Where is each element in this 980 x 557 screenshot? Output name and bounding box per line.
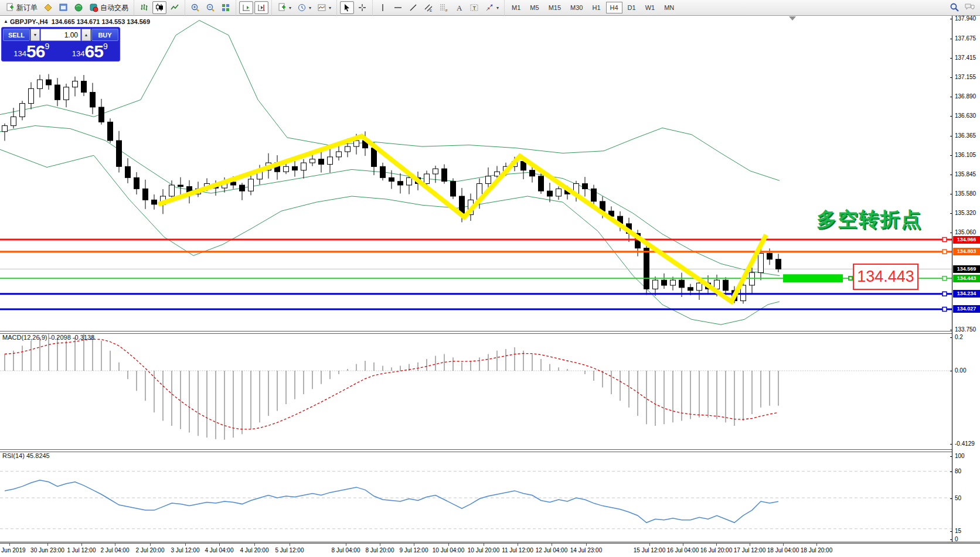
template-menu-button[interactable]: ▾ <box>315 1 334 14</box>
fibonacci-button[interactable]: F <box>437 1 451 14</box>
crosshair-button[interactable] <box>355 1 369 14</box>
candle-body <box>758 254 764 273</box>
market-watch-button[interactable] <box>56 1 70 14</box>
line-chart-button[interactable] <box>168 1 182 14</box>
buy-button[interactable]: BUY <box>91 29 118 41</box>
timeframe-button-w1[interactable]: W1 <box>641 2 659 13</box>
rsi-indicator-panel[interactable] <box>0 452 952 542</box>
indicator-list-button[interactable] <box>41 1 55 14</box>
time-tick-label: 5 Jul 12:00 <box>275 547 304 553</box>
candle-body <box>556 189 562 196</box>
text-label-button[interactable]: T <box>467 1 481 14</box>
level-line-handle[interactable] <box>942 292 947 296</box>
new-chart-button[interactable]: ▾ <box>275 1 294 14</box>
cursor-button[interactable] <box>340 1 354 14</box>
timeframe-button-h1[interactable]: H1 <box>588 2 604 13</box>
candlestick-chart-button[interactable] <box>152 1 166 14</box>
level-line-handle[interactable] <box>942 276 947 281</box>
time-tick-mark <box>254 544 255 546</box>
axis-tick-mark <box>950 330 952 330</box>
timeframe-button-d1[interactable]: D1 <box>624 2 640 13</box>
candle-body <box>11 117 16 125</box>
timeframe-button-m30[interactable]: M30 <box>566 2 587 13</box>
volume-decrease-button[interactable]: ▼ <box>30 29 40 41</box>
sell-button[interactable]: SELL <box>3 29 30 41</box>
period-menu-button[interactable]: ▾ <box>295 1 314 14</box>
timeframe-button-h4[interactable]: H4 <box>606 2 622 13</box>
price-axis[interactable]: 137.940137.675137.415137.155136.890136.6… <box>952 16 980 542</box>
chevron-down-icon[interactable]: ▾ <box>309 5 311 11</box>
zoom-out-button[interactable] <box>203 1 217 14</box>
candle-body <box>169 185 175 196</box>
linechart-icon <box>170 3 179 12</box>
time-tick-label: 4 Jul 04:00 <box>205 547 234 553</box>
price-tick-133.750: 133.750 <box>955 326 976 333</box>
bollinger-lower-band <box>0 149 780 324</box>
chevron-down-icon[interactable]: ▾ <box>329 5 331 11</box>
macd-scale--0.4129: -0.4129 <box>955 440 975 447</box>
level-line-handle[interactable] <box>942 238 947 242</box>
candle-body <box>143 189 148 200</box>
rsi-scale-15: 15 <box>955 528 961 534</box>
price-callout-box: 134.443 <box>853 264 918 290</box>
macd-scale-0.2: 0.2 <box>955 334 963 340</box>
chat-button[interactable] <box>964 2 975 13</box>
candle-body <box>767 254 773 259</box>
diamond-gold-icon <box>43 3 53 12</box>
macd-indicator-panel[interactable] <box>0 334 952 449</box>
timeframe-button-m15[interactable]: M15 <box>545 2 565 13</box>
level-line-handle[interactable] <box>942 250 947 254</box>
axis-tick-mark <box>950 444 952 445</box>
volume-input[interactable]: 1.00 <box>40 29 81 41</box>
arrows-button[interactable]: ▾ <box>482 1 501 14</box>
timeframe-button-m5[interactable]: M5 <box>526 2 543 13</box>
autotrading-button[interactable]: 自动交易 <box>87 1 131 14</box>
price-tick-137.675: 137.675 <box>955 35 976 42</box>
chart-shift-button[interactable] <box>254 1 268 14</box>
candle-body <box>134 177 139 189</box>
vertical-line-button[interactable] <box>376 1 390 14</box>
channel-icon: E <box>424 3 433 12</box>
time-tick-label: 2 Jul 04:00 <box>101 547 130 553</box>
channel-button[interactable]: E <box>421 1 435 14</box>
search-button[interactable] <box>950 2 959 13</box>
axis-tick-mark <box>950 116 952 117</box>
text-button[interactable]: A <box>452 1 466 14</box>
trendline-button[interactable] <box>406 1 420 14</box>
collapse-panel-icon[interactable]: ▲ <box>4 19 8 24</box>
candle-body <box>697 283 702 291</box>
candle-body <box>38 80 43 88</box>
volume-increase-button[interactable]: ▲ <box>81 29 91 41</box>
time-tick-label: 16 Jul 20:00 <box>700 547 733 553</box>
price-chart-area[interactable] <box>0 16 952 331</box>
navigator-button[interactable] <box>72 1 86 14</box>
horizontal-line-button[interactable] <box>391 1 405 14</box>
zoom-in-button[interactable] <box>188 1 202 14</box>
time-axis[interactable]: 28 Jun 201930 Jun 23:001 Jul 12:002 Jul … <box>0 542 980 557</box>
time-tick-mark <box>783 544 784 546</box>
toolbar-right <box>950 2 980 13</box>
candle-body <box>20 104 25 117</box>
one-click-trading-panel: SELL ▼ 1.00 ▲ BUY 134569 134659 <box>1 27 120 61</box>
bar-chart-button[interactable] <box>137 1 151 14</box>
chevron-down-icon[interactable]: ▾ <box>289 5 291 11</box>
new-order-button[interactable]: 新订单 <box>3 1 40 14</box>
time-tick-mark <box>81 544 82 546</box>
green-zone-rect[interactable] <box>783 274 843 282</box>
tile-windows-button[interactable] <box>219 1 233 14</box>
time-tick-mark <box>649 544 650 546</box>
bars-icon <box>139 3 149 12</box>
time-tick-mark <box>586 544 587 546</box>
chevron-down-icon[interactable]: ▾ <box>496 5 499 11</box>
timeframe-button-m1[interactable]: M1 <box>508 2 525 13</box>
buy-price-display[interactable]: 134659 <box>62 42 119 61</box>
level-line-handle[interactable] <box>942 307 947 311</box>
sell-price-display[interactable]: 134569 <box>3 42 60 61</box>
timeframe-button-mn[interactable]: MN <box>660 2 678 13</box>
macd-signal-line <box>5 339 778 429</box>
toolbar-group <box>134 0 185 16</box>
auto-scroll-button[interactable] <box>239 1 253 14</box>
crosshair-icon <box>358 3 367 12</box>
zoom-in-icon <box>190 3 200 12</box>
buy-price-pipette: 9 <box>103 42 108 50</box>
